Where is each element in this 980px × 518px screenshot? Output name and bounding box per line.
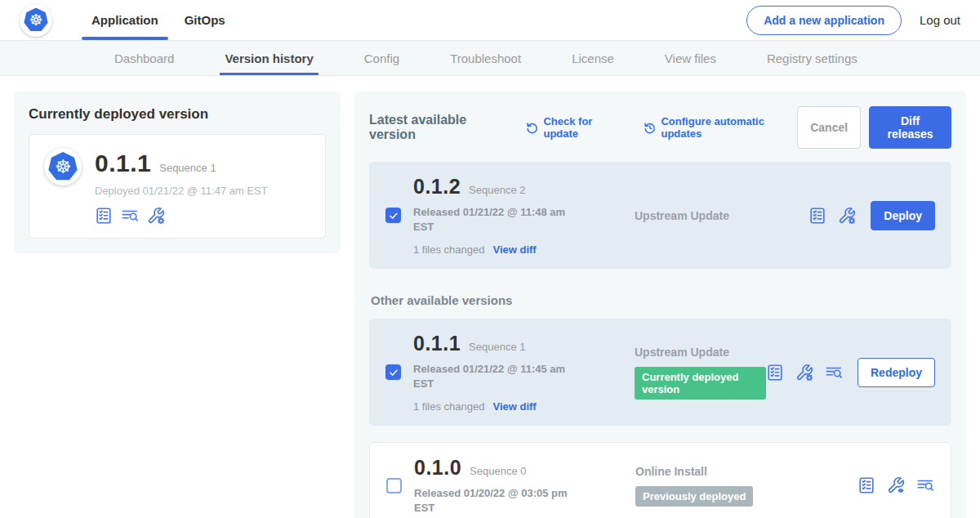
subnav-item-registry-settings[interactable]: Registry settings [767, 41, 858, 75]
deployed-version-number: 0.1.1 [95, 150, 151, 177]
tab-application[interactable]: Application [78, 0, 172, 40]
latest-version-title: Latest available version [369, 113, 506, 142]
version-source: Online Install [635, 465, 858, 478]
edit-config-icon[interactable] [795, 364, 813, 382]
version-sequence: Sequence 2 [469, 184, 525, 196]
admin-console: ☸ Application GitOps Add a new applicati… [0, 0, 980, 518]
subnav-item-version-history[interactable]: Version history [225, 41, 313, 75]
top-nav-tabs: Application GitOps [78, 0, 238, 40]
version-checkbox[interactable] [385, 364, 401, 380]
view-config-icon[interactable] [887, 476, 905, 494]
edit-config-icon[interactable] [147, 207, 165, 225]
release-notes-icon[interactable] [858, 476, 875, 494]
currently-deployed-panel: Currently deployed version ☸ 0.1.1 Seque… [14, 92, 341, 253]
version-source: Upstream Update [635, 209, 808, 222]
version-number: 0.1.2 [413, 175, 461, 199]
cancel-button[interactable]: Cancel [797, 106, 861, 149]
configure-automatic-updates-link[interactable]: Configure automatic updates [644, 115, 797, 140]
release-notes-icon[interactable] [95, 207, 113, 225]
add-application-button[interactable]: Add a new application [746, 6, 902, 35]
deployed-sequence: Sequence 1 [159, 162, 216, 174]
logout-link[interactable]: Log out [920, 13, 960, 27]
released-timestamp: Released 01/21/22 @ 11:48 am EST [413, 205, 577, 234]
release-notes-icon[interactable] [766, 364, 784, 382]
app-logo-icon: ☸ [44, 148, 82, 185]
version-checkbox[interactable] [385, 208, 401, 223]
kubernetes-heptagon-icon: ☸ [24, 8, 48, 33]
edit-config-icon[interactable] [838, 207, 856, 225]
tab-gitops[interactable]: GitOps [172, 0, 238, 40]
deploy-button[interactable]: Deploy [871, 201, 935, 230]
refresh-icon [526, 121, 539, 135]
main-content: Currently deployed version ☸ 0.1.1 Seque… [0, 76, 980, 518]
view-files-icon[interactable] [121, 207, 139, 225]
deployed-timestamp: Deployed 01/21/22 @ 11:47 am EST [95, 185, 268, 197]
view-diff-link[interactable]: View diff [492, 400, 536, 413]
check-for-update-link[interactable]: Check for update [526, 115, 624, 140]
kubernetes-heptagon-icon: ☸ [48, 152, 78, 181]
view-files-icon[interactable] [916, 476, 934, 494]
files-changed: 1 files changed [413, 400, 484, 413]
files-changed: 1 files changed [413, 243, 484, 256]
top-nav: ☸ Application GitOps Add a new applicati… [0, 0, 980, 41]
version-sequence: Sequence 0 [470, 465, 526, 477]
released-timestamp: Released 01/21/22 @ 11:45 am EST [413, 362, 577, 391]
subnav-item-license[interactable]: License [572, 41, 614, 75]
kubernetes-logo-icon: ☸ [20, 4, 52, 37]
version-number: 0.1.1 [413, 332, 461, 355]
subnav-item-troubleshoot[interactable]: Troubleshoot [450, 41, 521, 75]
view-diff-link[interactable]: View diff [492, 243, 536, 256]
version-checkbox[interactable] [386, 478, 402, 493]
previously-deployed-badge: Previously deployed [635, 486, 753, 507]
version-source: Upstream Update [635, 346, 766, 359]
release-notes-icon[interactable] [808, 207, 826, 225]
auto-update-clock-icon [644, 121, 657, 135]
version-row-0-1-1: 0.1.1 Sequence 1 Released 01/21/22 @ 11:… [369, 319, 951, 426]
currently-deployed-title: Currently deployed version [29, 106, 326, 123]
deployed-version-card: ☸ 0.1.1 Sequence 1 Deployed 01/21/22 @ 1… [29, 134, 326, 239]
currently-deployed-badge: Currently deployed version [635, 367, 766, 400]
subnav-item-config[interactable]: Config [364, 41, 399, 75]
latest-version-panel: Latest available version Check for updat… [354, 92, 966, 518]
latest-version-header: Latest available version Check for updat… [369, 106, 951, 149]
released-timestamp: Released 01/20/22 @ 03:05 pm EST [414, 486, 577, 515]
version-row-0-1-0: 0.1.0 Sequence 0 Released 01/20/22 @ 03:… [369, 442, 951, 518]
redeploy-button[interactable]: Redeploy [858, 358, 935, 387]
version-sequence: Sequence 1 [469, 341, 525, 353]
app-sub-nav: Dashboard Version history Config Trouble… [0, 41, 980, 76]
version-row-0-1-2: 0.1.2 Sequence 2 Released 01/21/22 @ 11:… [369, 162, 951, 269]
diff-releases-button[interactable]: Diff releases [869, 106, 951, 149]
other-versions-title: Other available versions [371, 293, 951, 307]
top-nav-right: Add a new application Log out [746, 6, 960, 35]
subnav-item-view-files[interactable]: View files [665, 41, 716, 75]
subnav-item-dashboard[interactable]: Dashboard [114, 41, 174, 75]
view-files-icon[interactable] [825, 364, 843, 382]
version-number: 0.1.0 [414, 456, 461, 480]
